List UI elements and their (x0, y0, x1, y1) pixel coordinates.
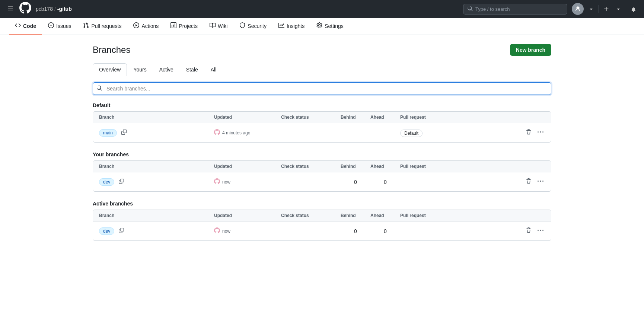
your-header-pull-request: Pull request (400, 164, 515, 169)
your-branches-table-header: Branch Updated Check status Behind Ahead… (93, 161, 551, 172)
active-header-actions (515, 213, 545, 218)
filter-tab-yours[interactable]: Yours (127, 63, 153, 76)
active-branches-section: Active branches Branch Updated Check sta… (93, 201, 551, 241)
issues-icon (48, 22, 54, 29)
row-actions-main (515, 128, 545, 138)
active-header-updated: Updated (214, 213, 281, 218)
tab-settings[interactable]: Settings (310, 18, 350, 35)
filter-tabs: Overview Yours Active Stale All (93, 63, 551, 76)
tab-code-label: Code (23, 23, 36, 29)
tab-wiki[interactable]: Wiki (204, 18, 233, 35)
tab-insights[interactable]: Insights (272, 18, 310, 35)
user-avatar-button[interactable] (572, 3, 584, 15)
tab-insights-label: Insights (287, 23, 305, 29)
filter-tab-stale[interactable]: Stale (180, 63, 204, 76)
delete-branch-dev-button[interactable] (524, 177, 533, 187)
code-icon (15, 22, 21, 29)
tab-actions[interactable]: Actions (127, 18, 165, 35)
updated-time-dev-active: now (222, 229, 230, 234)
active-header-behind: Behind (341, 213, 370, 218)
filter-tab-active[interactable]: Active (153, 63, 180, 76)
header: pcb178 / -gitub (0, 0, 644, 18)
active-header-pull-request: Pull request (400, 213, 515, 218)
commit-avatar-icon (214, 129, 220, 137)
your-branches-section-title: Your branches (93, 151, 551, 157)
default-badge: Default (400, 130, 423, 137)
branch-tag-dev-active[interactable]: dev (99, 227, 114, 235)
default-section: Default Branch Updated Check status Behi… (93, 102, 551, 143)
tab-code[interactable]: Code (9, 18, 42, 35)
search-input[interactable] (475, 6, 563, 12)
add-dropdown-button[interactable] (614, 4, 623, 13)
your-header-check-status: Check status (281, 164, 341, 169)
tab-security-label: Security (248, 23, 267, 29)
filter-tab-all[interactable]: All (204, 63, 223, 76)
dev-active-commit-avatar-icon (214, 227, 220, 235)
notification-button[interactable] (629, 4, 638, 13)
main-content: Branches New branch Overview Yours Activ… (84, 35, 560, 259)
wiki-icon (210, 22, 216, 29)
page-title: Branches (93, 45, 130, 55)
ahead-cell-dev-active: 0 (370, 228, 400, 234)
branch-name-cell-dev-active: dev (99, 227, 214, 235)
security-icon (239, 22, 245, 29)
updated-cell-dev-active: now (214, 227, 281, 235)
branch-search-icon (96, 85, 102, 92)
copy-branch-name-button[interactable] (120, 129, 128, 137)
table-row: main 4 minutes ago (93, 123, 551, 142)
tab-projects-label: Projects (179, 23, 198, 29)
header-ahead: Ahead (370, 115, 400, 120)
branch-name-cell-dev: dev (99, 178, 214, 186)
active-branches-table: Branch Updated Check status Behind Ahead… (93, 210, 551, 241)
your-branches-section: Your branches Branch Updated Check statu… (93, 151, 551, 192)
branch-search-input[interactable] (93, 82, 551, 95)
header-actions (572, 3, 638, 15)
default-branch-table: Branch Updated Check status Behind Ahead… (93, 111, 551, 143)
branch-tag-dev[interactable]: dev (99, 178, 114, 186)
breadcrumb: pcb178 / -gitub (36, 6, 72, 12)
tab-security[interactable]: Security (233, 18, 272, 35)
hamburger-icon (7, 5, 13, 13)
hamburger-menu-button[interactable] (6, 4, 15, 14)
add-button[interactable] (602, 4, 611, 13)
delete-branch-dev-active-button[interactable] (524, 226, 533, 236)
settings-icon (316, 22, 322, 29)
branch-tag-main[interactable]: main (99, 129, 117, 137)
default-table-header: Branch Updated Check status Behind Ahead… (93, 112, 551, 123)
projects-icon (170, 22, 176, 29)
repo-name: -gitub (57, 6, 72, 12)
header-behind: Behind (341, 115, 370, 120)
more-actions-dev-active-button[interactable] (536, 226, 545, 236)
header-branch: Branch (99, 115, 214, 120)
your-branches-table: Branch Updated Check status Behind Ahead… (93, 160, 551, 192)
behind-cell-dev: 0 (341, 179, 370, 185)
more-actions-main-button[interactable] (536, 128, 545, 138)
copy-dev-active-branch-button[interactable] (117, 227, 125, 235)
more-actions-dev-button[interactable] (536, 177, 545, 187)
your-header-branch: Branch (99, 164, 214, 169)
delete-branch-main-button[interactable] (524, 128, 533, 138)
tab-pull-requests[interactable]: Pull requests (77, 18, 127, 35)
new-branch-button[interactable]: New branch (510, 44, 551, 56)
filter-tab-overview[interactable]: Overview (93, 63, 127, 76)
tab-settings-label: Settings (325, 23, 344, 29)
active-header-branch: Branch (99, 213, 214, 218)
avatar-dropdown-button[interactable] (587, 4, 596, 13)
github-logo[interactable] (19, 2, 31, 16)
row-actions-dev (515, 177, 545, 187)
active-header-check-status: Check status (281, 213, 341, 218)
tab-issues[interactable]: Issues (42, 18, 77, 35)
ahead-cell-dev: 0 (370, 179, 400, 185)
active-branches-section-title: Active branches (93, 201, 551, 207)
global-search[interactable] (463, 4, 567, 15)
updated-cell-main: 4 minutes ago (214, 129, 281, 137)
updated-time-dev: now (222, 179, 230, 185)
header-updated: Updated (214, 115, 281, 120)
username-link[interactable]: pcb178 (36, 6, 53, 12)
copy-dev-branch-button[interactable] (117, 178, 125, 186)
header-actions (515, 115, 545, 120)
tab-projects[interactable]: Projects (165, 18, 204, 35)
search-container (93, 82, 551, 95)
tab-actions-label: Actions (141, 23, 159, 29)
your-header-behind: Behind (341, 164, 370, 169)
